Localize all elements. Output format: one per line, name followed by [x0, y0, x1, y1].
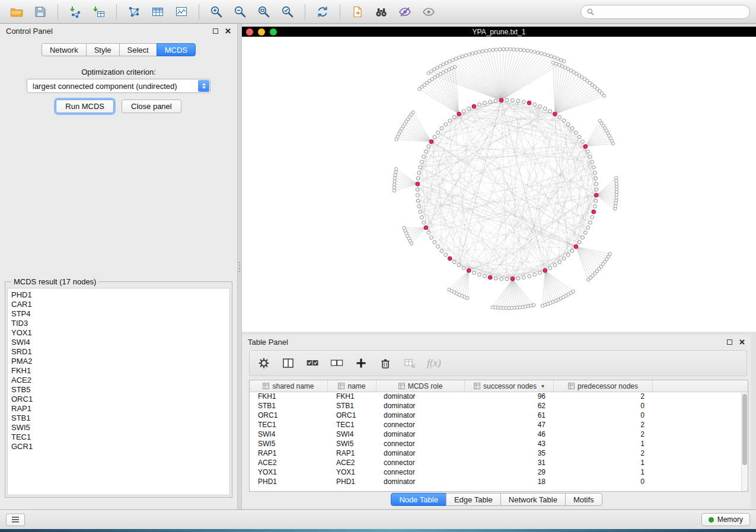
- table-row[interactable]: TEC1TEC1connector472: [250, 421, 748, 430]
- chevron-down-icon[interactable]: ▾: [541, 383, 544, 389]
- tab-select[interactable]: Select: [119, 43, 157, 56]
- open-session-button[interactable]: [6, 3, 27, 21]
- mcds-result-list[interactable]: PHD1CAR1STP4TID3YOX1SWI4SRD1PMA2FKH1ACE2…: [7, 288, 230, 495]
- control-panel-titlebar: Control Panel ✕: [0, 24, 237, 38]
- table-cell: RAP1: [250, 449, 328, 459]
- panel-menu-button[interactable]: [6, 514, 25, 526]
- choose-columns-button[interactable]: [281, 356, 295, 370]
- tab-node-table[interactable]: Node Table: [391, 493, 446, 506]
- find-button[interactable]: [371, 3, 392, 21]
- memory-button[interactable]: Memory: [701, 513, 750, 526]
- select-all-rows-button[interactable]: [305, 356, 320, 370]
- float-panel-icon[interactable]: [213, 28, 218, 34]
- mcds-result-item[interactable]: SRD1: [11, 347, 229, 357]
- column-header-shared-name[interactable]: shared name: [250, 380, 328, 392]
- table-header: shared name name MCDS role successor nod…: [250, 380, 748, 392]
- table-row[interactable]: ACE2ACE2connector311: [250, 459, 748, 468]
- column-type-icon: [338, 383, 344, 389]
- optimization-criterion-select[interactable]: largest connected component (undirected): [27, 79, 210, 93]
- close-panel-button[interactable]: Close panel: [122, 100, 181, 113]
- table-row[interactable]: STB1STB1dominator620: [250, 402, 748, 411]
- new-network-button[interactable]: [123, 3, 145, 21]
- mcds-result-item[interactable]: CAR1: [11, 300, 229, 309]
- mcds-result-item[interactable]: GCR1: [11, 442, 229, 451]
- hide-graphics-button[interactable]: [394, 3, 416, 21]
- mcds-result-item[interactable]: SWI5: [11, 423, 229, 432]
- mcds-result-item[interactable]: PMA2: [11, 357, 229, 366]
- network-canvas[interactable]: [242, 37, 756, 332]
- tab-network-table[interactable]: Network Table: [500, 493, 566, 506]
- search-input[interactable]: [598, 7, 744, 16]
- table-row[interactable]: FKH1FKH1dominator962: [250, 392, 748, 402]
- memory-status-icon: [709, 517, 714, 523]
- run-mcds-button[interactable]: Run MCDS: [56, 100, 114, 113]
- import-table-icon: [92, 5, 106, 19]
- zoom-selected-button[interactable]: [277, 3, 298, 21]
- table-cell: 96: [465, 392, 554, 402]
- mcds-result-item[interactable]: SWI4: [11, 338, 229, 347]
- mcds-result-item[interactable]: ORC1: [11, 395, 229, 404]
- toolbar-separator: [116, 4, 117, 20]
- table-row[interactable]: YOX1YOX1connector291: [250, 468, 748, 477]
- close-panel-icon[interactable]: ✕: [739, 338, 745, 346]
- mcds-result-item[interactable]: TID3: [11, 319, 229, 328]
- mcds-result-item[interactable]: ACE2: [11, 376, 229, 385]
- table-settings-button[interactable]: [257, 356, 271, 370]
- table-cell: TEC1: [328, 421, 377, 430]
- table-toolbar: f(x): [249, 350, 747, 376]
- search-box[interactable]: [580, 5, 750, 19]
- table-cell: 0: [554, 402, 653, 411]
- table-row[interactable]: PHD1PHD1dominator180: [250, 477, 748, 487]
- clone-network-button[interactable]: [347, 3, 368, 21]
- tab-network[interactable]: Network: [42, 43, 87, 56]
- zoom-fit-button[interactable]: [253, 3, 275, 21]
- float-panel-icon[interactable]: [727, 339, 732, 345]
- column-header-predecessor-nodes[interactable]: predecessor nodes: [554, 380, 653, 392]
- tab-mcds[interactable]: MCDS: [157, 43, 196, 56]
- mcds-result-item[interactable]: FKH1: [11, 366, 229, 376]
- new-table-button[interactable]: [147, 3, 168, 21]
- table-cell: 0: [554, 477, 653, 487]
- import-network-icon: [68, 5, 82, 19]
- delete-table-icon: [403, 357, 416, 370]
- mcds-result-item[interactable]: RAP1: [11, 404, 229, 414]
- table-row[interactable]: SWI5SWI5connector431: [250, 440, 748, 449]
- export-image-button[interactable]: [171, 3, 192, 21]
- table-row[interactable]: SWI4SWI4dominator462: [250, 430, 748, 440]
- show-graphics-button[interactable]: [418, 3, 439, 21]
- mcds-result-item[interactable]: YOX1: [11, 328, 229, 338]
- mcds-result-item[interactable]: PHD1: [11, 290, 229, 300]
- memory-label: Memory: [717, 515, 743, 524]
- deselect-all-icon: [330, 357, 343, 370]
- main-toolbar: [0, 0, 756, 24]
- table-scrollbar[interactable]: [741, 392, 748, 491]
- add-column-button[interactable]: [354, 356, 368, 370]
- delete-column-button[interactable]: [378, 356, 393, 370]
- mcds-result-item[interactable]: STB5: [11, 385, 229, 395]
- import-network-button[interactable]: [65, 3, 86, 21]
- zoom-in-button[interactable]: [206, 3, 227, 21]
- panel-splitter[interactable]: [237, 24, 242, 509]
- close-panel-icon[interactable]: ✕: [225, 27, 231, 35]
- apply-layout-button[interactable]: [312, 3, 333, 21]
- mcds-result-item[interactable]: STB1: [11, 414, 229, 423]
- column-header-mcds-role[interactable]: MCDS role: [377, 380, 465, 392]
- deselect-all-rows-button[interactable]: [330, 356, 344, 370]
- table-cell: PHD1: [250, 477, 328, 487]
- tab-style[interactable]: Style: [86, 43, 120, 56]
- mcds-result-item[interactable]: TEC1: [11, 432, 229, 442]
- scrollbar-thumb[interactable]: [742, 394, 747, 465]
- zoom-out-button[interactable]: [229, 3, 251, 21]
- tab-edge-table[interactable]: Edge Table: [446, 493, 501, 506]
- save-session-button[interactable]: [30, 3, 51, 21]
- combo-stepper-icon[interactable]: [198, 80, 209, 92]
- column-header-successor-nodes[interactable]: successor nodes ▾: [465, 380, 554, 392]
- gear-icon: [257, 357, 270, 370]
- selected-option-label: largest connected component (undirected): [33, 82, 177, 91]
- column-header-name[interactable]: name: [328, 380, 377, 392]
- import-table-button[interactable]: [88, 3, 110, 21]
- tab-motifs[interactable]: Motifs: [565, 493, 602, 506]
- table-row[interactable]: RAP1RAP1dominator352: [250, 449, 748, 459]
- table-row[interactable]: ORC1ORC1dominator610: [250, 411, 748, 421]
- mcds-result-item[interactable]: STP4: [11, 309, 229, 319]
